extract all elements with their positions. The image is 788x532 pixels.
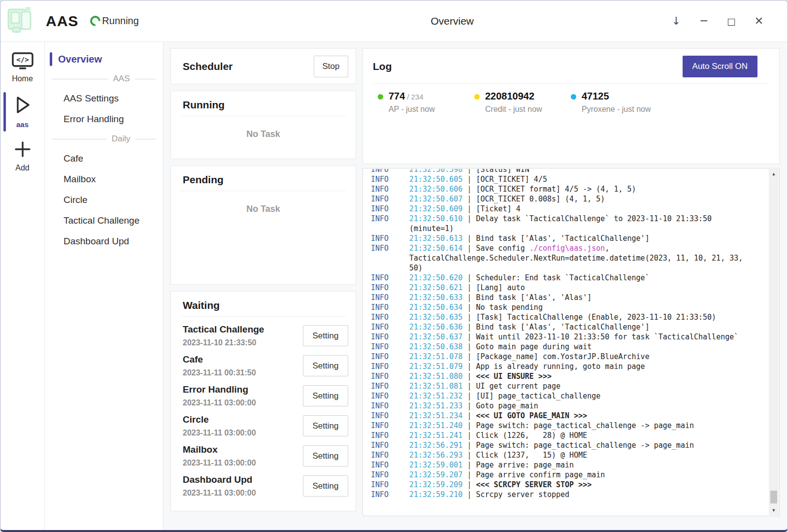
hide-to-tray-button[interactable]: ↓ <box>668 12 684 31</box>
stat-total: / 234 <box>407 93 423 101</box>
stat-value: 774 <box>389 91 405 101</box>
log-line: INFO21:32:50.621 | [Lang] auto <box>371 283 745 293</box>
log-timestamp: 21:32:50.620 <box>409 273 462 282</box>
log-level: INFO <box>371 273 409 283</box>
pending-card: Pending No Task <box>170 166 356 285</box>
task-info: Dashboard Upd2023-11-11 03:00:00 <box>183 474 256 498</box>
log-level: INFO <box>371 381 409 391</box>
task-setting-button[interactable]: Setting <box>303 415 348 436</box>
stat-label: AP - just now <box>389 105 435 114</box>
scheduler-stop-button[interactable]: Stop <box>314 56 348 77</box>
scrollbar-thumb[interactable] <box>770 491 777 503</box>
minimize-button[interactable]: ─ <box>696 12 712 31</box>
sidebar-item-tactical-challenge[interactable]: Tactical Challenge <box>45 210 163 231</box>
maximize-button[interactable]: □ <box>723 12 739 31</box>
log-line: INFO21:32:50.613 | Bind task ['Alas', 'T… <box>371 233 745 243</box>
log-message: Page arrive: page_main <box>476 461 574 469</box>
task-setting-button[interactable]: Setting <box>303 385 348 406</box>
log-message: Wait until 2023-11-10 21:33:50 for task … <box>476 332 738 341</box>
log-message: UI get current page <box>476 382 560 391</box>
log-timestamp: 21:32:50.598 <box>409 169 462 174</box>
log-timestamp: 21:32:51.240 <box>409 421 462 430</box>
log-timestamp: 21:32:51.078 <box>409 352 462 361</box>
log-level: INFO <box>371 322 409 332</box>
log-separator: | <box>462 470 476 479</box>
stat-dot-icon <box>378 94 383 100</box>
log-message: Bind task ['Alas', 'TacticalChallenge'] <box>476 323 649 332</box>
task-setting-button[interactable]: Setting <box>303 445 348 466</box>
close-button[interactable]: ✕ <box>751 12 767 31</box>
rail-item-aas[interactable]: aas <box>0 91 44 133</box>
scroll-down-icon[interactable]: ▼ <box>769 505 779 515</box>
rail-item-add[interactable]: Add <box>0 136 44 176</box>
sidebar-item-overview[interactable]: Overview <box>45 49 163 69</box>
waiting-card-title: Waiting <box>183 299 220 311</box>
log-message: Page arrive confirm page_main <box>476 470 605 479</box>
stat-label: Credit - just now <box>485 105 542 114</box>
sidebar-item-label: AAS Settings <box>64 93 119 104</box>
sidebar-item-circle[interactable]: Circle <box>45 190 163 210</box>
log-separator: | <box>462 332 476 341</box>
log-level: INFO <box>371 243 409 253</box>
log-timestamp: 21:32:51.233 <box>409 401 462 410</box>
waiting-task-row: Mailbox2023-11-11 03:00:00Setting <box>183 441 348 471</box>
log-timestamp: 21:32:56.291 <box>409 441 462 450</box>
log-line: INFO21:32:51.080 | <<< UI ENSURE >>> <box>371 371 745 381</box>
log-timestamp: 21:32:50.613 <box>409 234 462 243</box>
rail-item-label: Add <box>15 164 29 172</box>
log-line: INFO21:32:51.233 | Goto page_main <box>371 401 745 411</box>
log-timestamp: 21:32:51.241 <box>409 431 462 440</box>
scheduler-card: Scheduler Stop <box>170 48 356 84</box>
log-separator: | <box>462 431 476 440</box>
play-icon <box>12 94 33 118</box>
waiting-card: Waiting Tactical Challenge2023-11-10 21:… <box>170 291 356 511</box>
log-line: INFO21:32:59.209 | <<< SCRCPY SERVER STO… <box>371 480 745 490</box>
auto-scroll-toggle-button[interactable]: Auto Scroll ON <box>683 56 757 77</box>
task-next-run: 2023-11-11 03:00:00 <box>183 489 256 498</box>
rail-item-label: aas <box>16 120 29 129</box>
log-separator: | <box>462 185 476 194</box>
log-level: INFO <box>371 184 409 194</box>
log-timestamp: 21:32:50.610 <box>409 214 462 223</box>
rail-item-home[interactable]: </> Home <box>0 49 44 87</box>
scroll-up-icon[interactable]: ▲ <box>769 169 779 179</box>
sidebar-item-dashboard-upd[interactable]: Dashboard Upd <box>45 231 163 252</box>
log-scrollbar[interactable]: ▲ ▼ <box>769 169 779 515</box>
log-separator: | <box>462 372 476 381</box>
log-message: Page switch: page_tactical_challenge -> … <box>476 441 694 450</box>
log-level: INFO <box>371 450 409 460</box>
log-level: INFO <box>371 204 409 214</box>
log-separator: | <box>462 490 476 499</box>
log-timestamp: 21:32:50.638 <box>409 342 462 351</box>
log-level: INFO <box>371 411 409 421</box>
task-setting-button[interactable]: Setting <box>303 475 348 497</box>
plus-icon <box>13 139 33 161</box>
waiting-task-row: Tactical Challenge2023-11-10 21:33:50Set… <box>183 321 348 351</box>
log-level: INFO <box>371 342 409 352</box>
sidebar-item-error-handling[interactable]: Error Handling <box>45 109 163 130</box>
log-message: Goto main page during wait <box>476 342 591 351</box>
stat-dot-icon <box>571 94 576 100</box>
task-setting-button[interactable]: Setting <box>303 325 348 346</box>
log-separator: | <box>462 214 476 223</box>
sidebar-item-cafe[interactable]: Cafe <box>45 148 163 169</box>
task-next-run: 2023-11-10 21:33:50 <box>183 338 264 347</box>
waiting-task-row: Dashboard Upd2023-11-11 03:00:00Setting <box>183 471 348 501</box>
log-level: INFO <box>371 302 409 312</box>
log-line: INFO21:32:51.241 | Click (1226, 28) @ HO… <box>371 431 745 440</box>
sidebar-item-label: Cafe <box>64 153 83 164</box>
log-timestamp: 21:32:50.605 <box>409 175 462 184</box>
task-name: Error Handling <box>183 384 256 395</box>
log-separator: | <box>462 352 476 361</box>
log-scroll-area[interactable]: INFO21:32:50.598 | [Status] WININFO21:32… <box>363 169 769 515</box>
task-next-run: 2023-11-11 03:00:00 <box>183 399 256 407</box>
task-setting-button[interactable]: Setting <box>303 355 348 376</box>
log-message: App is already running, goto main page <box>476 362 645 371</box>
sidebar-item-mailbox[interactable]: Mailbox <box>45 169 163 190</box>
log-timestamp: 21:32:50.633 <box>409 293 462 302</box>
log-separator: | <box>462 244 476 253</box>
sidebar-item-label: Overview <box>58 54 102 65</box>
log-message: Click (1226, 28) @ HOME <box>476 431 587 440</box>
sidebar-item-aas-settings[interactable]: AAS Settings <box>45 88 163 109</box>
log-path-highlight: ./config\aas.json <box>529 244 605 253</box>
